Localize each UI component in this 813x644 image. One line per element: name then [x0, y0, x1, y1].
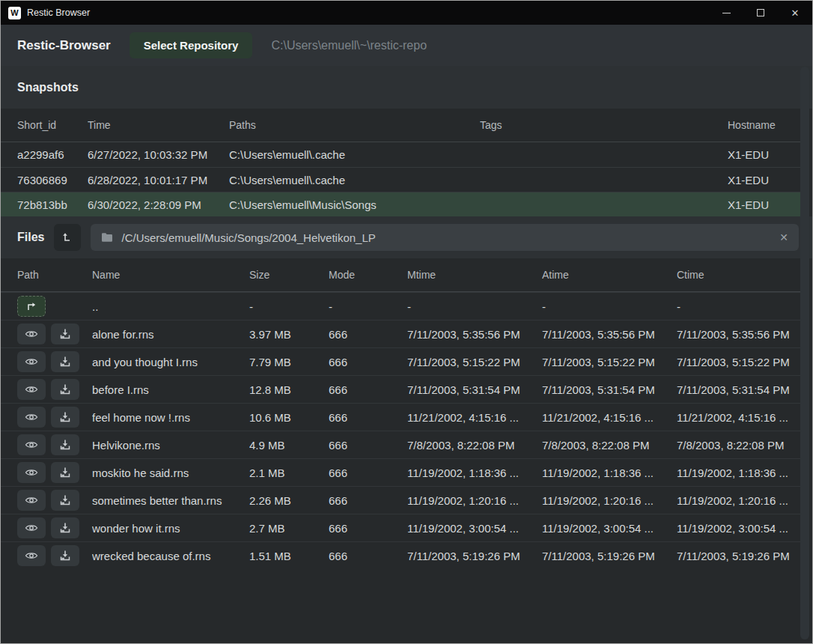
- up-directory-button[interactable]: [54, 224, 81, 251]
- column-atime[interactable]: Atime: [542, 269, 677, 281]
- minimize-icon: [722, 13, 731, 13]
- preview-file-button[interactable]: [17, 545, 46, 566]
- file-mode: 666: [329, 356, 407, 368]
- download-icon: [59, 439, 71, 451]
- preview-file-button[interactable]: [17, 490, 46, 511]
- file-atime: 11/21/2002, 4:15:16 ...: [542, 411, 677, 424]
- preview-file-button[interactable]: [17, 379, 46, 400]
- eye-icon: [25, 550, 38, 561]
- snapshot-row[interactable]: 76306869 6/28/2022, 10:01:17 PM C:\Users…: [1, 167, 800, 192]
- file-row[interactable]: Helvikone.rns 4.9 MB 666 7/8/2003, 8:22:…: [1, 431, 800, 458]
- file-row[interactable]: and you thought I.rns 7.79 MB 666 7/11/2…: [1, 347, 800, 375]
- file-mode: 666: [329, 411, 407, 424]
- file-row[interactable]: wonder how it.rns 2.7 MB 666 11/19/2002,…: [1, 514, 800, 541]
- file-ctime: 11/21/2002, 4:15:16 ...: [677, 411, 800, 424]
- file-row[interactable]: before I.rns 12.8 MB 666 7/11/2003, 5:31…: [1, 375, 800, 403]
- snapshot-short-id: 76306869: [17, 174, 88, 186]
- file-atime: 7/11/2003, 5:31:54 PM: [542, 383, 677, 396]
- download-file-button[interactable]: [51, 462, 79, 483]
- select-repository-button[interactable]: Select Repository: [130, 32, 253, 58]
- download-file-button[interactable]: [51, 545, 79, 566]
- file-name: and you thought I.rns: [92, 356, 249, 368]
- page-title: Restic-Browser: [17, 38, 111, 53]
- column-time[interactable]: Time: [88, 119, 229, 131]
- column-tags[interactable]: Tags: [480, 119, 728, 131]
- snapshot-row[interactable]: 72b813bb 6/30/2022, 2:28:09 PM C:\Users\…: [1, 192, 800, 216]
- file-mode: 666: [329, 328, 407, 341]
- file-atime: 7/11/2003, 5:15:22 PM: [542, 356, 677, 368]
- file-row[interactable]: sometimes better than.rns 2.26 MB 666 11…: [1, 486, 800, 514]
- download-file-button[interactable]: [51, 379, 79, 400]
- file-row[interactable]: alone for.rns 3.97 MB 666 7/11/2003, 5:3…: [1, 320, 800, 347]
- column-paths[interactable]: Paths: [229, 119, 480, 131]
- eye-icon: [25, 384, 38, 395]
- preview-file-button[interactable]: [17, 351, 46, 372]
- preview-file-button[interactable]: [17, 407, 46, 428]
- column-path[interactable]: Path: [17, 269, 92, 281]
- parent-directory-row[interactable]: .. - - - - -: [1, 292, 800, 320]
- download-icon: [59, 550, 71, 562]
- download-icon: [59, 383, 71, 395]
- minimize-button[interactable]: [709, 1, 743, 25]
- file-row[interactable]: moskito he said.rns 2.1 MB 666 11/19/200…: [1, 458, 800, 486]
- column-ctime[interactable]: Ctime: [677, 269, 800, 281]
- file-atime: 11/19/2002, 1:18:36 ...: [542, 467, 677, 479]
- column-size[interactable]: Size: [249, 269, 329, 281]
- files-table: Path Name Size Mode Mtime Atime Ctime: [1, 258, 800, 569]
- file-row[interactable]: feel home now !.rns 10.6 MB 666 11/21/20…: [1, 403, 800, 431]
- download-icon: [59, 522, 71, 534]
- file-mtime: 7/11/2003, 5:15:22 PM: [407, 356, 542, 368]
- download-file-button[interactable]: [51, 323, 79, 344]
- go-parent-button[interactable]: [17, 296, 46, 317]
- files-title: Files: [17, 231, 44, 244]
- snapshots-title: Snapshots: [17, 81, 79, 94]
- download-file-button[interactable]: [51, 490, 79, 511]
- titlebar: W Restic Browser ✕: [1, 1, 812, 25]
- file-ctime: 7/11/2003, 5:15:22 PM: [677, 356, 800, 368]
- titlebar-app-name: Restic Browser: [27, 7, 90, 18]
- preview-file-button[interactable]: [17, 462, 46, 483]
- window-controls: ✕: [709, 1, 812, 25]
- preview-file-button[interactable]: [17, 517, 46, 538]
- snapshots-table: Short_id Time Paths Tags Hostname a2299a…: [1, 109, 800, 216]
- current-path-bar[interactable]: /C/Users/emuell/Music/Songs/2004_Helveti…: [91, 224, 799, 251]
- column-name[interactable]: Name: [92, 269, 249, 281]
- download-file-button[interactable]: [51, 351, 79, 372]
- snapshot-time: 6/28/2022, 10:01:17 PM: [88, 174, 229, 186]
- clear-path-button[interactable]: ✕: [779, 231, 788, 243]
- column-mode[interactable]: Mode: [329, 269, 407, 281]
- file-size: 3.97 MB: [249, 328, 329, 341]
- snapshot-hostname: X1-EDU: [728, 198, 800, 211]
- file-name: sometimes better than.rns: [92, 494, 249, 507]
- download-icon: [59, 467, 71, 479]
- eye-icon: [25, 440, 38, 450]
- maximize-button[interactable]: [743, 1, 778, 25]
- column-hostname[interactable]: Hostname: [728, 119, 800, 131]
- file-size: 7.79 MB: [249, 356, 329, 368]
- file-size: 12.8 MB: [249, 383, 329, 396]
- file-ctime: 7/8/2003, 8:22:08 PM: [677, 439, 800, 452]
- file-ctime: 11/19/2002, 1:20:16 ...: [677, 494, 800, 507]
- download-file-button[interactable]: [51, 407, 79, 428]
- download-file-button[interactable]: [51, 517, 79, 538]
- file-mtime: 7/11/2003, 5:35:56 PM: [407, 328, 542, 341]
- file-row[interactable]: wrecked because of.rns 1.51 MB 666 7/11/…: [1, 541, 800, 569]
- snapshot-hostname: X1-EDU: [728, 174, 800, 186]
- eye-icon: [25, 412, 38, 422]
- scrollbar-track[interactable]: [800, 67, 809, 640]
- download-file-button[interactable]: [51, 434, 79, 455]
- up-level-icon: [61, 231, 73, 243]
- close-button[interactable]: ✕: [778, 1, 812, 25]
- column-short-id[interactable]: Short_id: [17, 119, 88, 131]
- current-path-input[interactable]: /C/Users/emuell/Music/Songs/2004_Helveti…: [121, 231, 771, 244]
- preview-file-button[interactable]: [17, 323, 46, 344]
- file-ctime: 11/19/2002, 3:00:54 ...: [677, 522, 800, 535]
- preview-file-button[interactable]: [17, 434, 46, 455]
- snapshot-row[interactable]: a2299af6 6/27/2022, 10:03:32 PM C:\Users…: [1, 142, 800, 167]
- snapshot-hostname: X1-EDU: [728, 148, 800, 161]
- file-mode: 666: [329, 494, 407, 507]
- file-size: 2.26 MB: [249, 494, 329, 507]
- folder-icon: [101, 232, 113, 243]
- file-atime: 11/19/2002, 1:20:16 ...: [542, 494, 677, 507]
- column-mtime[interactable]: Mtime: [407, 269, 542, 281]
